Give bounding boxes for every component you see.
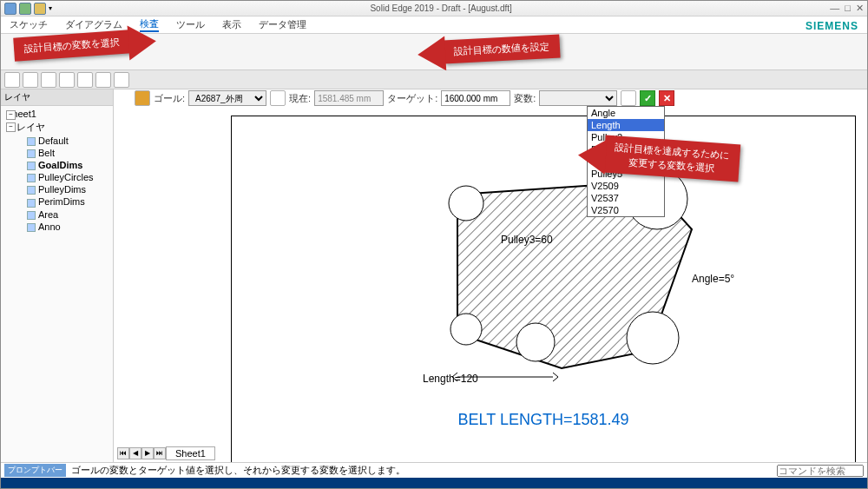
layer-item[interactable]: Belt	[4, 147, 109, 159]
svg-point-4	[450, 314, 482, 345]
goal-icon[interactable]	[135, 90, 150, 106]
tool-icon[interactable]	[95, 72, 111, 88]
tool-icon[interactable]	[41, 72, 56, 88]
layer-item[interactable]: Default	[4, 135, 109, 147]
tool-icon[interactable]	[77, 72, 93, 88]
tab-data[interactable]: データ管理	[259, 18, 306, 31]
dropdown-option[interactable]: Angle	[588, 107, 664, 119]
target-label: ターゲット:	[387, 92, 437, 105]
window-controls: — □ ✕	[830, 3, 864, 14]
goal-seek-toolbar: ゴール: A2687_外周 現在: ターゲット: 変数: ✓ ✕	[131, 89, 867, 108]
layer-tree: Sheet1 レイヤ Default Belt GoalDims PulleyC…	[1, 106, 113, 235]
quick-access-toolbar: ▾	[4, 3, 52, 15]
tab-last-icon[interactable]: ⏭	[154, 447, 166, 459]
tab-next-icon[interactable]: ▶	[141, 447, 154, 459]
layer-item[interactable]: Area	[4, 208, 109, 221]
svg-point-1	[449, 186, 483, 221]
window-title: Solid Edge 2019 - Draft - [August.dft]	[52, 3, 830, 13]
undo-icon[interactable]	[34, 3, 46, 15]
sheet-tabs: ⏮ ◀ ▶ ⏭ Sheet1	[117, 446, 215, 460]
target-input[interactable]	[441, 90, 510, 106]
svg-point-3	[627, 312, 679, 364]
dim-angle: Angle=5°	[692, 273, 734, 285]
dropdown-option[interactable]: V2570	[588, 204, 664, 216]
tab-view[interactable]: 表示	[222, 18, 241, 31]
tab-prev-icon[interactable]: ◀	[129, 447, 141, 459]
sheet-tab[interactable]: Sheet1	[166, 446, 215, 460]
drawing-canvas: ゴール: A2687_外周 現在: ターゲット: 変数: ✓ ✕ Angle L…	[114, 89, 867, 462]
tab-diagram[interactable]: ダイアグラム	[65, 18, 122, 31]
drawing-sheet[interactable]: Pulley3=60 Angle=5° Length=120 BELT LENG…	[231, 116, 856, 463]
current-label: 現在:	[289, 92, 311, 105]
layer-item[interactable]: Anno	[4, 221, 109, 233]
status-bar: プロンプトバー ゴールの変数とターゲット値を選択し、それから変更する変数を選択し…	[1, 462, 867, 478]
dim-pulley3: Pulley3=60	[501, 234, 553, 246]
tool-icon[interactable]	[23, 72, 38, 88]
prompt-tag: プロンプトバー	[4, 464, 66, 477]
goal-select[interactable]: A2687_外周	[188, 90, 266, 106]
title-bar: ▾ Solid Edge 2019 - Draft - [August.dft]…	[1, 1, 867, 17]
panel-header: レイヤ	[1, 89, 113, 106]
tab-sketch[interactable]: スケッチ	[10, 18, 48, 31]
layer-item[interactable]: PulleyDims	[4, 183, 109, 195]
tool-icon[interactable]	[59, 72, 75, 88]
close-button[interactable]: ✕	[856, 3, 864, 14]
dropdown-option[interactable]: Length	[588, 119, 664, 131]
cancel-button[interactable]: ✕	[659, 90, 674, 106]
var-pick-icon[interactable]	[621, 90, 636, 106]
layer-item[interactable]: PulleyCircles	[4, 171, 109, 183]
minimize-button[interactable]: —	[830, 3, 839, 14]
dropdown-option[interactable]: V2537	[588, 192, 664, 204]
current-value	[314, 90, 384, 106]
accept-button[interactable]: ✓	[640, 90, 655, 106]
goal-pick-icon[interactable]	[270, 90, 286, 106]
layers-panel: レイヤ Sheet1 レイヤ Default Belt GoalDims Pul…	[1, 89, 114, 462]
variable-select[interactable]	[539, 90, 617, 106]
tree-root[interactable]: Sheet1	[4, 108, 109, 120]
svg-point-5	[516, 323, 555, 361]
goal-label: ゴール:	[154, 92, 185, 105]
brand-logo: SIEMENS	[806, 20, 858, 32]
layer-item[interactable]: GoalDims	[4, 159, 109, 171]
dim-length: Length=120	[423, 373, 478, 385]
var-label: 変数:	[514, 92, 536, 105]
quick-toolbar	[1, 70, 867, 89]
tool-icon[interactable]	[4, 72, 20, 88]
command-search[interactable]	[777, 465, 864, 477]
dropdown-option[interactable]: V2509	[588, 180, 664, 192]
layer-item[interactable]: PerimDims	[4, 195, 109, 208]
belt-length-label: BELT LENGTH=1581.49	[458, 411, 629, 429]
maximize-button[interactable]: □	[845, 3, 851, 14]
save-icon[interactable]	[19, 3, 31, 15]
tab-first-icon[interactable]: ⏮	[117, 447, 129, 459]
tool-icon[interactable]	[114, 72, 129, 88]
tab-tools[interactable]: ツール	[176, 18, 205, 31]
tree-layers[interactable]: レイヤ	[4, 120, 109, 135]
prompt-message: ゴールの変数とターゲット値を選択し、それから変更する変数を選択します。	[71, 464, 405, 477]
footer-bar	[1, 478, 867, 488]
app-icon[interactable]	[4, 3, 16, 15]
